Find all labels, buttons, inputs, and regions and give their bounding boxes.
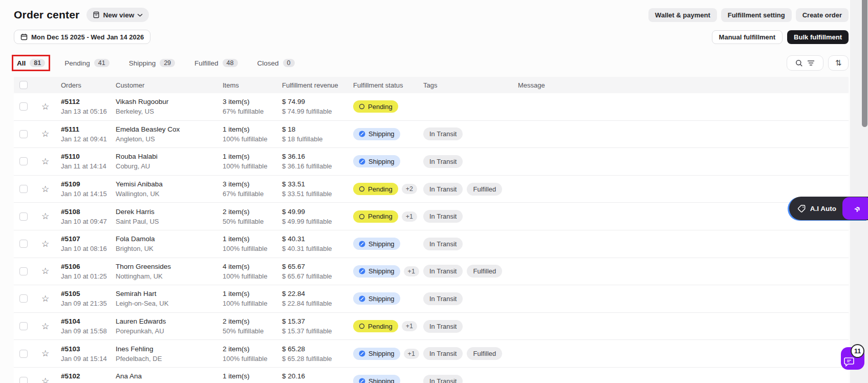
row-checkbox[interactable] <box>19 157 28 165</box>
revenue: $ 74.99 <box>282 97 353 107</box>
table-row[interactable]: ☆ #5104 Jan 09 at 15:58 Lauren Edwards P… <box>14 313 849 341</box>
table-row[interactable]: ☆ #5103 Jan 09 at 15:14 Ines Fehling Pfe… <box>14 340 849 368</box>
shipping-status-icon <box>359 378 365 383</box>
tab-closed[interactable]: Closed 0 <box>254 57 298 69</box>
order-center-page: Order center New view Wallet & payment F… <box>0 0 868 383</box>
customer-name: Derek Harris <box>116 207 223 217</box>
row-checkbox[interactable] <box>19 377 28 383</box>
status-label: Pending <box>368 212 393 220</box>
view-switcher-label: New view <box>103 11 134 19</box>
fulfillment-status-badge: Pending <box>353 100 398 113</box>
table-row[interactable]: ☆ #5102 Jan 09 at 06:19 Ana Ana Gerrande… <box>14 368 849 383</box>
pending-status-icon <box>359 323 365 329</box>
row-checkbox[interactable] <box>19 130 28 138</box>
order-id[interactable]: #5102 <box>61 371 116 381</box>
items-fulfillable: 100% fulfillable <box>223 299 282 308</box>
order-id[interactable]: #5103 <box>61 344 116 354</box>
chat-icon <box>844 357 854 367</box>
star-icon[interactable]: ☆ <box>41 376 49 383</box>
fulfillment-setting-button[interactable]: Fulfillment setting <box>721 8 792 22</box>
star-icon[interactable]: ☆ <box>41 322 49 331</box>
order-id[interactable]: #5104 <box>61 316 116 326</box>
calendar-icon <box>20 33 28 40</box>
row-checkbox[interactable] <box>19 294 28 303</box>
customer-location: Pfedelbach, DE <box>116 354 223 364</box>
chat-notification-badge: 11 <box>851 344 864 358</box>
vertical-scrollbar[interactable] <box>862 0 867 127</box>
items-count: 1 item(s) <box>223 124 282 134</box>
order-id[interactable]: #5109 <box>61 179 116 189</box>
table-row[interactable]: ☆ #5112 Jan 13 at 05:16 Vikash Rugoobur … <box>14 93 849 121</box>
order-id[interactable]: #5105 <box>61 289 116 299</box>
tags-cell: In TransitFulfilled <box>423 347 518 360</box>
bulk-fulfillment-button[interactable]: Bulk fulfillment <box>787 30 849 44</box>
table-row[interactable]: ☆ #5109 Jan 10 at 14:15 Yemisi Anibaba W… <box>14 176 849 203</box>
star-icon[interactable]: ☆ <box>41 294 49 304</box>
create-order-button[interactable]: Create order <box>796 8 849 22</box>
order-id[interactable]: #5112 <box>61 97 116 107</box>
table-row[interactable]: ☆ #5106 Jan 10 at 01:25 Thorn Greensides… <box>14 258 849 286</box>
star-icon[interactable]: ☆ <box>41 211 49 221</box>
manual-fulfillment-button[interactable]: Manual fulfillment <box>712 30 783 44</box>
tag-pill: In Transit <box>423 155 463 168</box>
order-id[interactable]: #5106 <box>61 262 116 271</box>
star-icon[interactable]: ☆ <box>41 349 49 358</box>
table-row[interactable]: ☆ #5105 Jan 09 at 21:35 Semirah Hart Lei… <box>14 285 849 313</box>
items-fulfillable: 67% fulfillable <box>223 189 282 199</box>
shipping-status-icon <box>359 131 365 137</box>
sort-button[interactable]: ⇅ <box>828 55 849 71</box>
row-checkbox[interactable] <box>19 102 28 111</box>
row-checkbox[interactable] <box>19 322 28 330</box>
revenue-fulfillable: $ 33.51 fulfillable <box>282 189 353 199</box>
items-count: 1 item(s) <box>223 152 282 161</box>
revenue-fulfillable: $ 65.28 fulfillable <box>282 354 353 364</box>
tab-shipping[interactable]: Shipping 29 <box>126 57 178 69</box>
order-id[interactable]: #5111 <box>61 124 116 134</box>
ai-auto-widget[interactable]: A.I Auto » <box>789 197 868 220</box>
tab-fulfilled[interactable]: Fulfilled 48 <box>191 57 241 69</box>
items-count: 2 item(s) <box>223 316 282 326</box>
date-range-picker[interactable]: Mon Dec 15 2025 - Wed Jan 14 2026 <box>14 30 150 44</box>
order-id[interactable]: #5108 <box>61 207 116 217</box>
tab-all[interactable]: All 81 <box>14 57 48 69</box>
status-extra-badge: +1 <box>402 321 417 331</box>
order-id[interactable]: #5110 <box>61 152 116 161</box>
order-date: Jan 10 at 01:25 <box>61 271 116 281</box>
ai-auto-expand-button[interactable]: » <box>842 197 868 220</box>
star-icon[interactable]: ☆ <box>41 266 49 276</box>
row-checkbox[interactable] <box>19 185 28 193</box>
revenue-fulfillable: $ 22.84 fulfillable <box>282 299 353 308</box>
table-row[interactable]: ☆ #5111 Jan 12 at 09:41 Emelda Beasley C… <box>14 121 849 148</box>
star-icon[interactable]: ☆ <box>41 239 49 249</box>
table-row[interactable]: ☆ #5110 Jan 11 at 14:14 Rouba Halabi Cob… <box>14 148 849 176</box>
table-row[interactable]: ☆ #5108 Jan 10 at 09:47 Derek Harris Sai… <box>14 203 849 230</box>
row-checkbox[interactable] <box>19 267 28 275</box>
star-icon[interactable]: ☆ <box>41 184 49 194</box>
tab-pending[interactable]: Pending 41 <box>61 57 112 69</box>
wallet-payment-button[interactable]: Wallet & payment <box>648 8 717 22</box>
row-checkbox[interactable] <box>19 350 28 358</box>
revenue: $ 65.28 <box>282 344 353 354</box>
star-icon[interactable]: ☆ <box>41 129 49 139</box>
search-filter-button[interactable] <box>787 55 823 71</box>
table-tools: ⇅ <box>787 55 849 71</box>
col-tags: Tags <box>423 81 518 89</box>
view-switcher-button[interactable]: New view <box>86 8 149 22</box>
row-checkbox[interactable] <box>19 240 28 248</box>
status-label: Shipping <box>368 158 395 165</box>
table-row[interactable]: ☆ #5107 Jan 10 at 08:16 Fola Damola Brig… <box>14 230 849 258</box>
tags-cell: In Transit <box>423 155 518 168</box>
items-count: 3 item(s) <box>223 97 282 107</box>
tag-pill: In Transit <box>423 210 463 223</box>
items-fulfillable: 100% fulfillable <box>223 271 282 281</box>
items-count: 2 item(s) <box>223 344 282 354</box>
shipping-status-icon <box>359 350 365 357</box>
row-checkbox[interactable] <box>19 212 28 221</box>
select-all-checkbox[interactable] <box>19 81 28 89</box>
star-icon[interactable]: ☆ <box>41 102 49 112</box>
view-icon <box>93 11 100 18</box>
star-icon[interactable]: ☆ <box>41 157 49 166</box>
tab-count: 81 <box>30 59 45 67</box>
customer-location: Wallington, UK <box>116 189 223 199</box>
order-id[interactable]: #5107 <box>61 234 116 244</box>
